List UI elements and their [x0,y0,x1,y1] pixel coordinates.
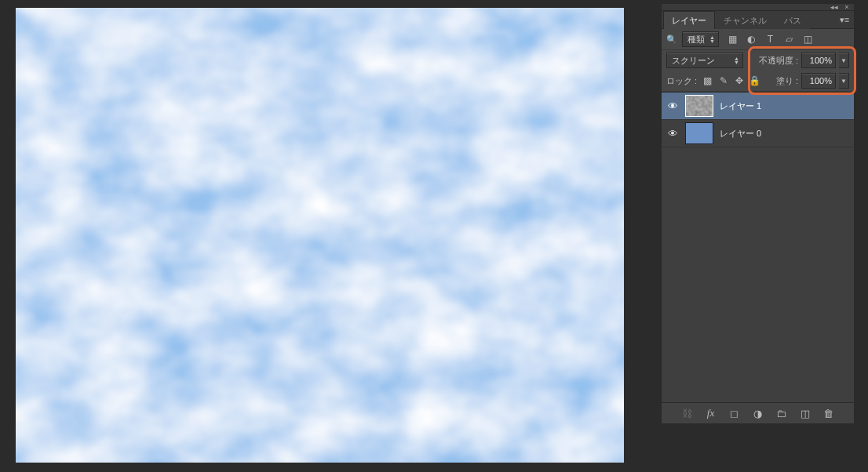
lock-paint-icon[interactable]: ✎ [717,75,729,87]
tab-label: レイヤー [672,16,706,25]
blend-row: スクリーン ▲▼ 不透明度 : 100% ▼ [662,50,854,71]
tab-layers[interactable]: レイヤー [663,11,715,29]
adjustment-layer-icon[interactable]: ◑ [752,407,764,419]
fx-icon[interactable]: fx [705,407,717,419]
add-mask-icon[interactable]: ◻ [728,407,741,419]
new-layer-icon[interactable]: ◫ [799,407,811,419]
filter-smartobject-icon[interactable]: ◫ [802,34,814,45]
panel-menu-icon[interactable]: ▾≡ [838,14,851,25]
fill-value[interactable]: 100% [801,73,836,89]
fill-label: 塗り : [776,75,798,87]
opacity-dropdown-icon[interactable]: ▼ [839,53,849,68]
tab-label: パス [784,16,801,25]
filter-icons: ▦ ◐ T ▱ ◫ [727,34,814,45]
fill-dropdown-icon[interactable]: ▼ [839,73,849,89]
collapse-icon[interactable]: ◂◂ [830,5,838,9]
link-layers-icon[interactable]: ⛓ [681,407,694,419]
filter-type-icon[interactable]: T [764,34,776,45]
blend-mode-value: スクリーン [672,55,715,67]
search-icon[interactable]: 🔍 [666,34,677,45]
delete-layer-icon[interactable]: 🗑 [822,407,835,419]
lock-all-icon[interactable]: 🔒 [749,75,760,87]
tab-label: チャンネル [724,16,767,25]
layer-filter-row: 🔍 種類 ▲▼ ▦ ◐ T ▱ ◫ [662,29,854,50]
dropdown-handle-icon: ▲▼ [734,56,739,64]
lock-row: ロック : ▩ ✎ ✥ 🔒 塗り : 100% ▼ [662,71,854,92]
panel-titlebar: ◂◂ × [662,4,854,11]
panel-tabs: レイヤー チャンネル パス ▾≡ [662,11,854,29]
filter-adjustment-icon[interactable]: ◐ [746,34,757,45]
lock-icons: ▩ ✎ ✥ 🔒 [702,75,760,87]
layer-thumbnail[interactable] [685,95,713,117]
opacity-value[interactable]: 100% [801,53,836,68]
visibility-toggle-icon[interactable]: 👁 [666,100,679,112]
filter-kind-select[interactable]: 種類 ▲▼ [682,31,719,47]
document-canvas[interactable] [16,8,624,463]
lock-position-icon[interactable]: ✥ [733,75,745,87]
filter-kind-label: 種類 [687,34,705,45]
lock-transparency-icon[interactable]: ▩ [702,75,713,87]
close-icon[interactable]: × [843,5,851,9]
layer-name: レイヤー 1 [720,100,761,112]
layer-list: 👁 レイヤー 1 👁 レイヤー 0 [662,92,854,402]
tab-channels[interactable]: チャンネル [715,11,775,29]
layer-thumbnail[interactable] [685,122,713,144]
layer-name: レイヤー 0 [720,128,761,140]
lock-label: ロック : [666,75,697,87]
layers-panel: ◂◂ × レイヤー チャンネル パス ▾≡ 🔍 種類 ▲▼ ▦ ◐ T ▱ ◫ … [661,3,855,424]
opacity-label: 不透明度 : [759,55,798,67]
blend-mode-select[interactable]: スクリーン ▲▼ [666,53,743,68]
visibility-toggle-icon[interactable]: 👁 [666,127,679,140]
layer-row[interactable]: 👁 レイヤー 0 [662,120,854,147]
filter-pixel-icon[interactable]: ▦ [727,34,739,45]
dropdown-handle-icon: ▲▼ [709,35,715,43]
panel-footer: ⛓ fx ◻ ◑ 🗀 ◫ 🗑 [662,402,854,423]
filter-shape-icon[interactable]: ▱ [783,34,795,45]
cloud-image [16,8,624,463]
tab-paths[interactable]: パス [775,11,810,29]
svg-rect-3 [686,96,713,116]
new-group-icon[interactable]: 🗀 [775,407,788,419]
layer-row[interactable]: 👁 レイヤー 1 [662,93,854,120]
svg-rect-1 [16,8,624,463]
